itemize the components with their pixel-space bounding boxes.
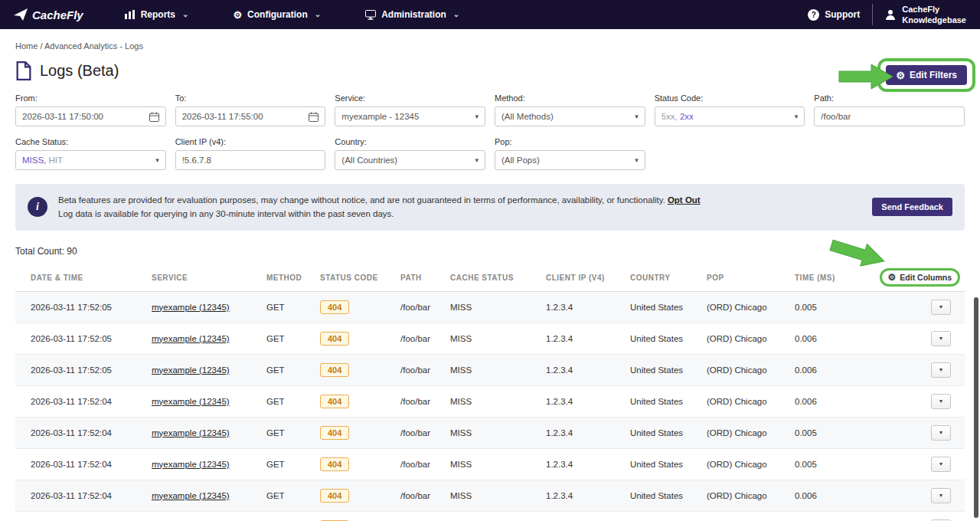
cell-path: /foo/bar — [394, 323, 444, 354]
filter-select[interactable]: myexample - 12345▾ — [335, 106, 485, 126]
menu-item-reports[interactable]: Reports ⌄ — [125, 9, 189, 20]
service-link[interactable]: myexample (12345) — [152, 365, 230, 375]
service-link[interactable]: myexample (12345) — [152, 397, 230, 406]
cell-pop: (ORD) Chicago — [701, 480, 789, 511]
row-expand-button[interactable]: ▾ — [931, 300, 951, 315]
gear-icon: ⚙ — [888, 273, 897, 282]
menu-item-administration[interactable]: Administration ⌄ — [365, 9, 459, 20]
cell-cache-status: MISS — [444, 448, 540, 480]
gear-icon: ⚙ — [233, 10, 242, 20]
cell-client-ip: 1.2.3.4 — [540, 480, 624, 511]
column-header-method: METHOD — [260, 264, 314, 292]
edit-columns-button[interactable]: ⚙ Edit Columns — [888, 273, 952, 282]
cell-datetime: 2026-03-11 17:52:04 — [15, 385, 145, 417]
cell-datetime: 2026-03-11 17:52:04 — [15, 448, 145, 480]
filter-select[interactable]: (All Countries)▾ — [335, 150, 485, 170]
cell-datetime: 2026-03-11 17:52:04 — [15, 480, 145, 511]
cell-cache-status: MISS — [444, 385, 540, 417]
service-link[interactable]: myexample (12345) — [152, 428, 230, 437]
chevron-down-icon: ▾ — [939, 429, 942, 436]
column-header-client-ip-v4: CLIENT IP (V4) — [540, 264, 624, 292]
cell-actions: ▾ — [869, 480, 965, 511]
breadcrumb-home-link[interactable]: Home — [15, 41, 38, 51]
cell-status-code: 404 — [314, 417, 394, 448]
status-code-badge: 404 — [320, 332, 349, 346]
bar-chart-icon — [125, 10, 136, 19]
question-icon: ? — [808, 9, 819, 21]
opt-out-link[interactable]: Opt Out — [668, 195, 701, 205]
calendar-icon — [149, 112, 159, 122]
cell-client-ip: 1.2.3.4 — [540, 354, 624, 385]
row-expand-button[interactable]: ▾ — [931, 394, 951, 409]
cell-country: United States — [624, 448, 701, 480]
service-link[interactable]: myexample (12345) — [152, 334, 230, 343]
cell-path: /foo/bar — [394, 385, 444, 417]
filter-country: Country:(All Countries)▾ — [335, 137, 485, 170]
menu-item-configuration[interactable]: ⚙ Configuration ⌄ — [233, 9, 321, 20]
cell-service: myexample (12345) — [145, 354, 260, 385]
service-link[interactable]: myexample (12345) — [152, 460, 230, 469]
menu-item-label: Administration — [381, 9, 446, 20]
service-link[interactable]: myexample (12345) — [152, 303, 230, 312]
cell-pop: (ORD) Chicago — [701, 354, 789, 385]
chevron-down-icon: ▾ — [155, 156, 159, 164]
edit-filters-button[interactable]: ⚙ Edit Filters — [886, 65, 967, 85]
filter-select[interactable]: (All Methods)▾ — [495, 106, 645, 126]
edit-filters-annotation-ring: ⚙ Edit Filters — [877, 58, 975, 92]
chevron-down-icon: ▾ — [939, 460, 942, 467]
row-expand-button[interactable]: ▾ — [931, 488, 951, 503]
cell-path: /foo/bar — [394, 291, 444, 323]
knowledgebase-link[interactable]: CacheFly Knowledgebase — [872, 4, 966, 26]
cell-service: myexample (12345) — [145, 511, 260, 521]
cell-status-code: 404 — [314, 354, 394, 385]
cell-country: United States — [624, 323, 701, 354]
filter-text-input[interactable]: !5.6.7.8 — [175, 150, 326, 170]
cell-pop: (ORD) Chicago — [701, 323, 789, 354]
chevron-down-icon: ▾ — [795, 113, 799, 120]
filter-label: Cache Status: — [15, 137, 166, 146]
actions-header: ⚙ Edit Columns — [869, 264, 965, 292]
filter-date-input[interactable]: 2026-03-11 17:50:00 — [15, 106, 166, 126]
row-expand-button[interactable]: ▾ — [931, 425, 951, 441]
filter-pop: Pop:(All Pops)▾ — [495, 137, 645, 170]
cell-pop: (ORD) Chicago — [701, 291, 789, 323]
log-row: 2026-03-11 17:52:04myexample (12345)GET4… — [15, 511, 965, 521]
row-expand-button[interactable]: ▾ — [931, 362, 951, 378]
cell-time-ms: 0.006 — [789, 323, 869, 354]
send-feedback-button[interactable]: Send Feedback — [872, 198, 952, 216]
document-icon — [15, 61, 32, 80]
cachefly-logo-icon — [14, 8, 28, 21]
filter-select[interactable]: 5xx, 2xx▾ — [655, 106, 805, 126]
brand-logo[interactable]: CacheFly — [14, 8, 83, 21]
cell-method: GET — [260, 323, 314, 354]
knowledgebase-label: CacheFly Knowledgebase — [902, 4, 966, 26]
filter-value: /foo/bar — [821, 112, 851, 121]
filter-text-input[interactable]: /foo/bar — [814, 106, 965, 126]
filter-label: From: — [15, 93, 166, 103]
support-link[interactable]: ? Support — [808, 9, 860, 21]
filter-label: Client IP (v4): — [175, 137, 326, 146]
cell-client-ip: 1.2.3.4 — [540, 448, 624, 480]
service-link[interactable]: myexample (12345) — [152, 491, 230, 500]
cell-status-code: 404 — [314, 385, 394, 417]
cell-country: United States — [624, 417, 701, 448]
status-code-badge: 404 — [320, 426, 349, 440]
filter-status-code: Status Code:5xx, 2xx▾ — [655, 93, 805, 126]
filter-client-ip-v4: Client IP (v4):!5.6.7.8 — [175, 137, 326, 170]
row-expand-button[interactable]: ▾ — [931, 457, 951, 472]
main-menu: Reports ⌄ ⚙ Configuration ⌄ Administrati… — [125, 9, 460, 20]
scrollbar-thumb[interactable] — [974, 297, 978, 518]
edit-columns-annotation-ring: ⚙ Edit Columns — [880, 268, 960, 287]
filter-select[interactable]: MISS, HIT▾ — [15, 150, 166, 170]
filter-date-input[interactable]: 2026-03-11 17:55:00 — [175, 106, 326, 126]
cell-actions: ▾ — [869, 511, 965, 521]
filter-select[interactable]: (All Pops)▾ — [495, 150, 645, 170]
cell-status-code: 404 — [314, 480, 394, 511]
filter-label: To: — [175, 93, 326, 103]
log-row: 2026-03-11 17:52:04myexample (12345)GET4… — [15, 448, 965, 480]
cell-service: myexample (12345) — [145, 480, 260, 511]
cell-client-ip: 1.2.3.4 — [540, 417, 624, 448]
table-body: 2026-03-11 17:52:05myexample (12345)GET4… — [15, 291, 965, 521]
row-expand-button[interactable]: ▾ — [931, 331, 951, 346]
cell-time-ms: 0.006 — [789, 354, 869, 385]
